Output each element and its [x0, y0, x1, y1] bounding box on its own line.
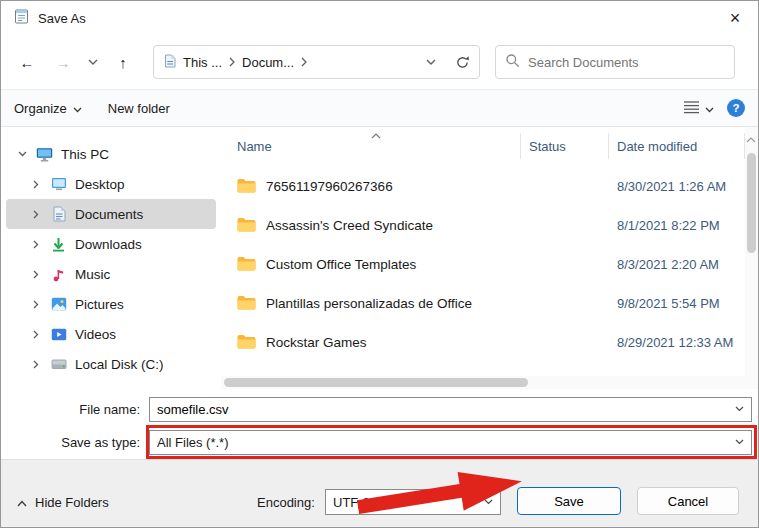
file-name-input[interactable]	[157, 402, 735, 417]
horizontal-scrollbar-thumb[interactable]	[224, 378, 528, 387]
folder-icon	[237, 217, 256, 235]
forward-button[interactable]: →	[45, 46, 81, 78]
horizontal-scrollbar[interactable]	[221, 376, 745, 389]
address-dropdown-chevron-icon[interactable]	[418, 49, 444, 75]
chevron-right-icon[interactable]	[229, 55, 235, 70]
sidebar-item-label: Local Disk (C:)	[75, 357, 164, 372]
help-icon[interactable]: ?	[727, 99, 745, 117]
navigation-pane: This PC Desktop Documents Downloads Musi	[1, 127, 221, 389]
title-bar: Save As ×	[1, 1, 758, 35]
vertical-scrollbar-thumb[interactable]	[747, 153, 756, 253]
file-list: Name Status Date modified 76561197960267…	[221, 127, 758, 389]
window-title: Save As	[38, 11, 86, 26]
column-headers: Name Status Date modified	[221, 133, 745, 159]
sidebar-item-documents[interactable]: Documents	[6, 199, 216, 229]
folder-icon	[237, 178, 256, 196]
chevron-down-icon	[735, 439, 744, 445]
dialog-footer: Hide Folders Encoding: UTF-8 Save Cancel	[1, 459, 758, 527]
search-input[interactable]	[528, 55, 725, 70]
list-view-icon	[683, 100, 700, 117]
organize-label: Organize	[14, 101, 67, 116]
file-date-modified: 8/3/2021 2:20 AM	[609, 257, 745, 272]
breadcrumb-this-pc[interactable]: This ...	[181, 52, 224, 73]
sidebar-item-videos[interactable]: Videos	[6, 319, 216, 349]
up-button[interactable]: ↑	[105, 46, 141, 78]
chevron-right-icon[interactable]	[301, 55, 307, 70]
view-options-button[interactable]	[683, 100, 714, 117]
chevron-right-icon[interactable]	[30, 270, 42, 279]
sidebar-item-local-disk-c[interactable]: Local Disk (C:)	[6, 349, 216, 379]
chevron-down-icon	[484, 499, 493, 505]
new-folder-button[interactable]: New folder	[108, 101, 170, 116]
chevron-up-icon	[17, 495, 27, 510]
save-as-type-value: All Files (*.*)	[157, 435, 735, 450]
file-date-modified: 8/1/2021 8:22 PM	[609, 218, 745, 233]
refresh-icon[interactable]	[449, 49, 475, 75]
main-content: This PC Desktop Documents Downloads Musi	[1, 127, 758, 389]
sidebar-item-desktop[interactable]: Desktop	[6, 169, 216, 199]
chevron-right-icon[interactable]	[30, 240, 42, 249]
sidebar-item-this-pc[interactable]: This PC	[6, 139, 216, 169]
file-name: Rockstar Games	[266, 335, 367, 350]
search-icon	[505, 53, 520, 71]
location-icon	[164, 54, 176, 71]
sidebar-item-label: Videos	[75, 327, 116, 342]
recent-locations-chevron-icon[interactable]	[81, 46, 105, 78]
sidebar-item-downloads[interactable]: Downloads	[6, 229, 216, 259]
chevron-down-icon[interactable]	[16, 151, 28, 157]
computer-icon	[35, 147, 54, 162]
search-box[interactable]	[495, 45, 735, 79]
save-as-dialog: Save As × ← → ↑ This ... Docum... Organi…	[0, 0, 759, 528]
pictures-icon	[49, 297, 68, 311]
encoding-label: Encoding:	[257, 490, 315, 514]
column-header-date-modified[interactable]: Date modified	[609, 133, 745, 159]
sidebar-item-music[interactable]: Music	[6, 259, 216, 289]
file-fields: File name: Save as type: All Files (*.*)	[1, 389, 758, 459]
column-header-status[interactable]: Status	[521, 133, 609, 159]
save-as-type-dropdown[interactable]: All Files (*.*)	[149, 430, 752, 455]
column-header-name[interactable]: Name	[221, 133, 521, 159]
chevron-right-icon[interactable]	[30, 330, 42, 339]
sidebar-item-label: Music	[75, 267, 110, 282]
table-row[interactable]: 76561197960267366 8/30/2021 1:26 AM	[221, 167, 745, 206]
chevron-right-icon[interactable]	[30, 210, 42, 219]
table-row[interactable]: Assassin's Creed Syndicate 8/1/2021 8:22…	[221, 206, 745, 245]
scroll-up-icon[interactable]	[746, 131, 756, 146]
organize-button[interactable]: Organize	[14, 101, 82, 116]
file-name: Custom Office Templates	[266, 257, 416, 272]
chevron-right-icon[interactable]	[30, 360, 42, 369]
downloads-icon	[49, 237, 68, 252]
hide-folders-button[interactable]: Hide Folders	[17, 490, 109, 514]
chevron-right-icon[interactable]	[30, 180, 42, 189]
encoding-value: UTF-8	[333, 495, 484, 510]
toolbar-right-group: ?	[683, 99, 745, 117]
file-name: 76561197960267366	[266, 179, 393, 194]
sidebar-item-label: Desktop	[75, 177, 125, 192]
table-row[interactable]: Rockstar Games 8/29/2021 12:33 AM	[221, 323, 745, 362]
cancel-button[interactable]: Cancel	[637, 487, 739, 515]
encoding-dropdown[interactable]: UTF-8	[325, 489, 501, 515]
chevron-down-icon[interactable]	[735, 406, 744, 412]
vertical-scrollbar[interactable]	[745, 127, 758, 376]
table-row[interactable]: Plantillas personalizadas de Office 9/8/…	[221, 284, 745, 323]
chevron-down-icon	[705, 101, 714, 116]
file-name-combo	[149, 397, 752, 422]
folder-icon	[237, 334, 256, 352]
breadcrumb-documents[interactable]: Docum...	[240, 52, 296, 73]
sidebar-item-label: Documents	[75, 207, 143, 222]
file-name: Assassin's Creed Syndicate	[266, 218, 433, 233]
back-button[interactable]: ←	[9, 46, 45, 78]
command-toolbar: Organize New folder ?	[1, 89, 758, 127]
scrollbar-corner	[745, 376, 758, 389]
table-row[interactable]: Custom Office Templates 8/3/2021 2:20 AM	[221, 245, 745, 284]
sidebar-item-pictures[interactable]: Pictures	[6, 289, 216, 319]
file-date-modified: 8/29/2021 12:33 AM	[609, 335, 745, 350]
music-icon	[49, 267, 68, 282]
chevron-right-icon[interactable]	[30, 300, 42, 309]
close-button[interactable]: ×	[712, 1, 758, 35]
file-name-label: File name:	[1, 402, 149, 417]
navigation-bar: ← → ↑ This ... Docum...	[1, 35, 758, 89]
address-bar[interactable]: This ... Docum...	[153, 45, 480, 79]
save-button[interactable]: Save	[517, 487, 621, 515]
file-name: Plantillas personalizadas de Office	[266, 296, 472, 311]
